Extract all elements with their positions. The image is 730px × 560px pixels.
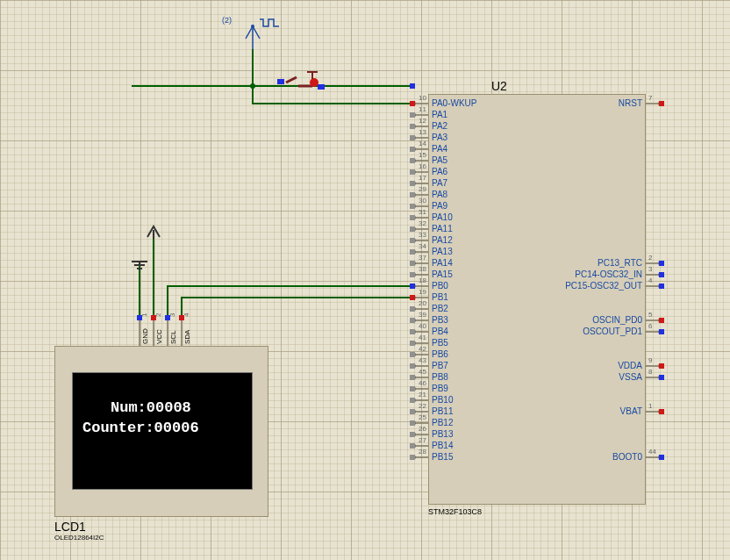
svg-rect-119: [410, 284, 415, 289]
svg-rect-110: [410, 181, 415, 186]
svg-point-88: [250, 83, 255, 89]
svg-rect-117: [410, 261, 415, 266]
svg-rect-106: [410, 135, 415, 140]
svg-rect-137: [659, 272, 664, 277]
svg-rect-146: [151, 315, 156, 320]
svg-rect-125: [410, 352, 415, 357]
svg-rect-107: [410, 147, 415, 152]
svg-rect-143: [659, 409, 664, 414]
svg-rect-116: [410, 249, 415, 255]
svg-rect-132: [410, 432, 415, 437]
svg-rect-111: [410, 192, 415, 197]
svg-rect-126: [410, 363, 415, 369]
svg-rect-142: [659, 375, 664, 380]
svg-rect-131: [410, 420, 415, 426]
svg-rect-108: [410, 158, 415, 163]
svg-rect-123: [410, 329, 415, 334]
svg-rect-114: [410, 226, 415, 232]
svg-point-99: [310, 78, 318, 87]
svg-rect-139: [659, 318, 664, 323]
svg-rect-109: [410, 169, 415, 175]
svg-rect-129: [410, 398, 415, 403]
svg-rect-124: [410, 341, 415, 346]
svg-rect-112: [410, 204, 415, 209]
svg-rect-127: [410, 375, 415, 380]
svg-rect-128: [410, 386, 415, 391]
svg-rect-134: [410, 455, 415, 460]
svg-rect-104: [410, 112, 415, 118]
svg-rect-118: [410, 272, 415, 277]
svg-rect-113: [410, 215, 415, 220]
svg-rect-149: [410, 83, 415, 89]
svg-rect-122: [410, 318, 415, 323]
svg-rect-136: [659, 261, 664, 266]
svg-rect-138: [659, 284, 664, 289]
svg-rect-144: [659, 455, 664, 460]
svg-rect-135: [659, 101, 664, 106]
svg-rect-121: [410, 306, 415, 312]
svg-line-97: [286, 77, 297, 83]
svg-rect-100: [318, 84, 325, 90]
svg-rect-115: [410, 238, 415, 243]
svg-rect-140: [659, 329, 664, 334]
svg-rect-145: [137, 315, 142, 320]
svg-rect-96: [277, 79, 284, 84]
svg-rect-105: [410, 124, 415, 129]
svg-rect-148: [179, 315, 184, 320]
schematic-svg: [0, 0, 730, 560]
svg-rect-103: [410, 101, 415, 106]
svg-rect-130: [410, 409, 415, 414]
svg-rect-120: [410, 295, 415, 300]
svg-rect-133: [410, 443, 415, 449]
svg-point-95: [251, 25, 254, 28]
svg-rect-141: [659, 363, 664, 369]
svg-rect-147: [165, 315, 170, 320]
